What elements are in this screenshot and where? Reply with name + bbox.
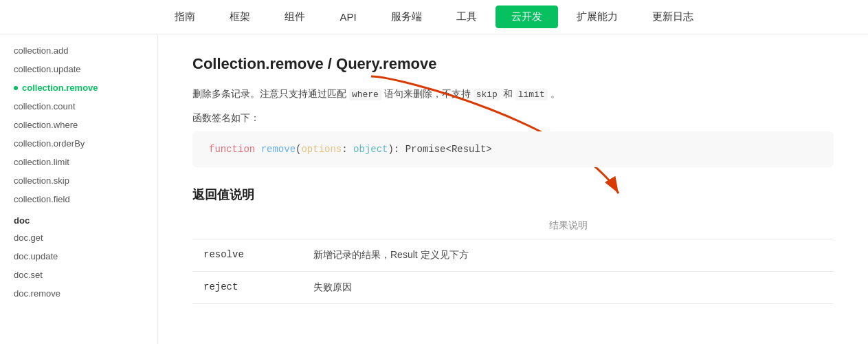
top-nav: 指南框架组件API服务端工具云开发扩展能力更新日志 bbox=[0, 0, 868, 34]
sidebar-label: collection.limit bbox=[14, 157, 69, 167]
sidebar-label: doc.update bbox=[14, 251, 58, 261]
result-table: 结果说明 resolve新增记录的结果，Result 定义见下方reject失败… bbox=[192, 213, 834, 304]
nav-item-cloud[interactable]: 云开发 bbox=[496, 6, 558, 28]
sidebar: collection.addcollection.updatecollectio… bbox=[0, 34, 158, 344]
table-cell-value: 失败原因 bbox=[302, 272, 834, 304]
table-cell-key: reject bbox=[192, 272, 302, 304]
sidebar-item-collection.update[interactable]: collection.update bbox=[0, 60, 157, 78]
sidebar-label: collection.count bbox=[14, 101, 76, 111]
table-header-desc: 结果说明 bbox=[302, 213, 834, 239]
code-param: options bbox=[301, 144, 342, 155]
sidebar-label: doc.get bbox=[14, 233, 43, 243]
code-fn-name: remove bbox=[261, 144, 296, 155]
main-content: Collection.remove / Query.remove 删除多条记录。… bbox=[158, 34, 868, 344]
sidebar-label: collection.skip bbox=[14, 175, 69, 186]
sidebar-item-collection.orderBy[interactable]: collection.orderBy bbox=[0, 134, 157, 153]
page-title: Collection.remove / Query.remove bbox=[192, 55, 834, 73]
sidebar-item-collection.limit[interactable]: collection.limit bbox=[0, 153, 157, 171]
sidebar-item-doc.get[interactable]: doc.get bbox=[0, 228, 157, 247]
table-header bbox=[192, 213, 302, 239]
nav-item-tools[interactable]: 工具 bbox=[441, 6, 493, 28]
table-cell-value: 新增记录的结果，Result 定义见下方 bbox=[302, 239, 834, 272]
sidebar-label: collection.update bbox=[14, 64, 81, 74]
sidebar-item-collection.skip[interactable]: collection.skip bbox=[0, 171, 157, 190]
sidebar-item-collection.count[interactable]: collection.count bbox=[0, 97, 157, 116]
nav-item-framework[interactable]: 框架 bbox=[214, 6, 266, 28]
nav-item-components[interactable]: 组件 bbox=[269, 6, 321, 28]
sidebar-label: collection.orderBy bbox=[14, 138, 85, 149]
nav-item-guide[interactable]: 指南 bbox=[159, 6, 211, 28]
sidebar-item-collection.remove[interactable]: collection.remove bbox=[0, 78, 157, 97]
description: 删除多条记录。注意只支持通过匹配 where 语句来删除，不支持 skip 和 … bbox=[192, 85, 834, 103]
sidebar-item-collection.field[interactable]: collection.field bbox=[0, 190, 157, 208]
sidebar-label: collection.where bbox=[14, 120, 78, 130]
nav-item-api[interactable]: API bbox=[324, 6, 372, 28]
return-section-title: 返回值说明 bbox=[192, 186, 834, 203]
sidebar-label: collection.field bbox=[14, 194, 70, 204]
nav-item-server[interactable]: 服务端 bbox=[375, 6, 438, 28]
sidebar-label: doc.remove bbox=[14, 288, 60, 299]
table-row: reject失败原因 bbox=[192, 272, 834, 304]
active-dot bbox=[14, 86, 18, 90]
sidebar-item-doc.set[interactable]: doc.set bbox=[0, 266, 157, 284]
sidebar-label: collection.remove bbox=[22, 83, 98, 93]
code-type-object: object bbox=[353, 144, 388, 155]
table-row: resolve新增记录的结果，Result 定义见下方 bbox=[192, 239, 834, 272]
sidebar-item-collection.where[interactable]: collection.where bbox=[0, 116, 157, 134]
code-block: function remove(options: object): Promis… bbox=[192, 131, 834, 167]
nav-item-changelog[interactable]: 更新日志 bbox=[636, 6, 709, 28]
sidebar-group-doc: doc bbox=[0, 208, 157, 228]
sidebar-item-doc.remove[interactable]: doc.remove bbox=[0, 284, 157, 303]
code-keyword-function: function bbox=[209, 144, 261, 155]
nav-item-extend[interactable]: 扩展能力 bbox=[561, 6, 634, 28]
table-cell-key: resolve bbox=[192, 239, 302, 272]
code-block-wrapper: function remove(options: object): Promis… bbox=[192, 131, 834, 167]
sidebar-label: doc.set bbox=[14, 270, 43, 280]
sidebar-label: collection.add bbox=[14, 45, 69, 56]
table-body: resolve新增记录的结果，Result 定义见下方reject失败原因 bbox=[192, 239, 834, 304]
func-label: 函数签名如下： bbox=[192, 112, 834, 125]
sidebar-item-collection.add[interactable]: collection.add bbox=[0, 41, 157, 60]
sidebar-item-doc.update[interactable]: doc.update bbox=[0, 247, 157, 266]
layout: collection.addcollection.updatecollectio… bbox=[0, 34, 868, 344]
